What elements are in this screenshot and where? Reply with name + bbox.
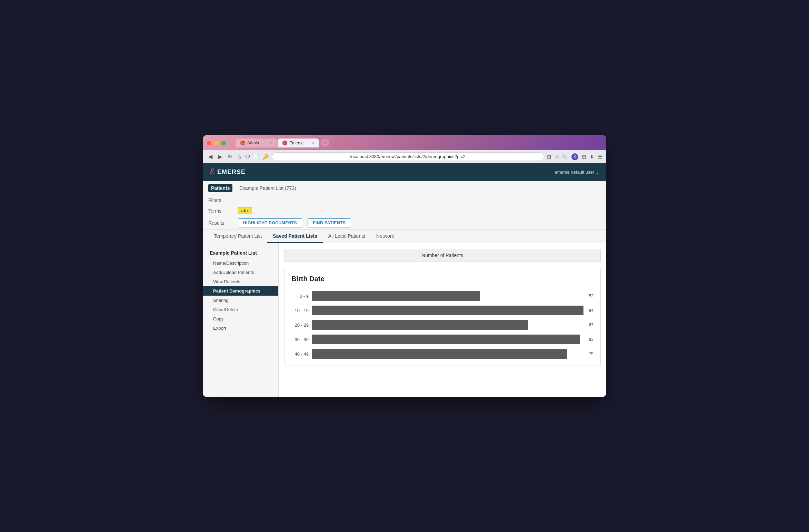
- tab-emerse-label: Emerse: [289, 141, 303, 145]
- bar-row: 10 - 1984: [291, 306, 593, 315]
- bar-row: 0 - 952: [291, 291, 593, 301]
- browser-chrome: 🦊 Admin ✕ ℰ Emerse ✕ +: [203, 135, 606, 150]
- page-icon: 📄: [253, 154, 260, 160]
- lock-icon: 🔑: [262, 154, 269, 160]
- filters-row: Filters: [203, 195, 606, 205]
- main-content: Example Patient List Name/Description Ad…: [203, 243, 606, 397]
- browser-window: 🦊 Admin ✕ ℰ Emerse ✕ + ◀ ▶ ↻ ⌂ 🛡 📄 🔑 ⊞: [203, 135, 606, 397]
- home-button[interactable]: ⌂: [236, 153, 242, 161]
- patients-count-header: Number of Patients: [284, 249, 600, 262]
- sidebar-item-add[interactable]: Add/Upload Patients: [203, 268, 278, 277]
- patients-count-card: Number of Patients: [284, 249, 601, 262]
- sidebar-item-clear[interactable]: Clear/Delete: [203, 305, 278, 314]
- terms-label: Terms: [208, 208, 232, 214]
- filters-label: Filters: [208, 197, 232, 203]
- sidebar: Example Patient List Name/Description Ad…: [203, 243, 279, 397]
- bar-chart: 0 - 95210 - 198420 - 296730 - 398340 - 4…: [291, 291, 593, 359]
- tab-network[interactable]: Network: [371, 230, 399, 243]
- bar-fill: [312, 320, 528, 330]
- bar-fill: [312, 291, 480, 301]
- breadcrumb: Example Patient List (772): [239, 185, 296, 191]
- forward-button[interactable]: ▶: [217, 153, 223, 161]
- browser-tabs: 🦊 Admin ✕ ℰ Emerse ✕ +: [236, 139, 329, 147]
- address-bar-row: ◀ ▶ ↻ ⌂ 🛡 📄 🔑 ⊞ ☆ 🛡 K ⊞ ⬇ ☰: [203, 150, 606, 163]
- bar-value: 84: [589, 308, 593, 313]
- bar-container: [312, 335, 583, 344]
- bar-label: 10 - 19: [291, 308, 309, 313]
- download-icon[interactable]: ⬇: [590, 154, 594, 160]
- sidebar-item-export[interactable]: Export: [203, 324, 278, 333]
- extensions-icon[interactable]: ⊞: [582, 154, 586, 160]
- bar-label: 30 - 39: [291, 337, 309, 342]
- tab-saved[interactable]: Saved Patient Lists: [267, 230, 322, 243]
- app-logo-text: EMERSE: [217, 168, 246, 176]
- tab-admin[interactable]: 🦊 Admin ✕: [236, 139, 277, 147]
- bar-fill: [312, 306, 583, 315]
- minimize-button[interactable]: [214, 141, 219, 145]
- bar-fill: [312, 335, 580, 344]
- bar-row: 20 - 2967: [291, 320, 593, 330]
- bar-label: 0 - 9: [291, 294, 309, 299]
- grid-icon[interactable]: ⊞: [547, 154, 551, 160]
- find-patients-button[interactable]: FIND PATIENTS: [308, 218, 351, 227]
- term-badge[interactable]: abc: [238, 207, 252, 214]
- bar-value: 83: [589, 337, 593, 342]
- admin-favicon: 🦊: [240, 141, 245, 145]
- menu-icon[interactable]: ☰: [598, 154, 602, 160]
- new-tab-button[interactable]: +: [321, 139, 329, 147]
- reload-button[interactable]: ↻: [226, 153, 233, 161]
- sidebar-item-view[interactable]: View Patients: [203, 277, 278, 286]
- sidebar-group-title: Example Patient List: [203, 249, 278, 258]
- bar-container: [312, 306, 583, 315]
- bar-row: 30 - 3983: [291, 335, 593, 344]
- logo-icon: ℰ: [210, 167, 214, 176]
- bar-label: 20 - 29: [291, 323, 309, 328]
- tab-admin-close[interactable]: ✕: [269, 141, 272, 145]
- sidebar-item-sharing[interactable]: Sharing: [203, 296, 278, 305]
- terms-row: Terms abc: [203, 205, 606, 216]
- bar-fill: [312, 349, 567, 359]
- bar-container: [312, 320, 583, 330]
- profile-icon[interactable]: K: [571, 153, 578, 160]
- birth-date-chart-body: Birth Date 0 - 95210 - 198420 - 296730 -…: [284, 268, 600, 366]
- app-logo: ℰ EMERSE: [210, 167, 246, 176]
- app-header: ℰ EMERSE emerse default user ⌄: [203, 163, 606, 181]
- bar-value: 67: [589, 323, 593, 327]
- sidebar-item-demographics[interactable]: Patient Demographics: [203, 286, 278, 296]
- browser-controls: 🦊 Admin ✕ ℰ Emerse ✕ +: [207, 139, 602, 147]
- bar-value: 79: [589, 351, 593, 356]
- chart-area: Number of Patients Birth Date 0 - 95210 …: [279, 243, 606, 397]
- results-row: Results HIGHLIGHT DOCUMENTS FIND PATIENT…: [203, 216, 606, 229]
- filter-section: Filters Terms abc Results HIGHLIGHT DOCU…: [203, 195, 606, 230]
- emerse-favicon: ℰ: [282, 141, 287, 145]
- bar-container: [312, 349, 583, 359]
- bar-row: 40 - 4979: [291, 349, 593, 359]
- address-input[interactable]: [272, 152, 544, 161]
- star-icon[interactable]: ☆: [555, 154, 559, 160]
- highlight-documents-button[interactable]: HIGHLIGHT DOCUMENTS: [238, 218, 302, 227]
- close-button[interactable]: [207, 141, 211, 145]
- maximize-button[interactable]: [221, 141, 226, 145]
- tab-temporary[interactable]: Temporary Patient List: [208, 230, 267, 243]
- bar-label: 40 - 49: [291, 351, 309, 357]
- sidebar-item-copy[interactable]: Copy: [203, 314, 278, 324]
- subnav-patients[interactable]: Patients: [208, 184, 232, 192]
- shield2-icon[interactable]: 🛡: [563, 154, 568, 160]
- tab-emerse[interactable]: ℰ Emerse ✕: [278, 139, 319, 147]
- tabs-nav: Temporary Patient List Saved Patient Lis…: [203, 230, 606, 243]
- birth-date-title: Birth Date: [291, 275, 593, 283]
- birth-date-card: Birth Date 0 - 95210 - 198420 - 296730 -…: [284, 268, 601, 366]
- user-menu[interactable]: emerse default user ⌄: [555, 170, 599, 175]
- tab-emerse-close[interactable]: ✕: [311, 141, 314, 145]
- results-label: Results: [208, 220, 232, 226]
- tab-local[interactable]: All Local Patients: [323, 230, 371, 243]
- sub-nav: Patients Example Patient List (772): [203, 181, 606, 195]
- bar-value: 52: [589, 294, 593, 298]
- toolbar-icons: ⊞ ☆ 🛡 K ⊞ ⬇ ☰: [547, 153, 602, 160]
- back-button[interactable]: ◀: [207, 153, 214, 161]
- sidebar-item-name[interactable]: Name/Description: [203, 258, 278, 268]
- shield-icon: 🛡: [245, 154, 250, 160]
- bar-container: [312, 291, 583, 301]
- tab-admin-label: Admin: [247, 141, 259, 145]
